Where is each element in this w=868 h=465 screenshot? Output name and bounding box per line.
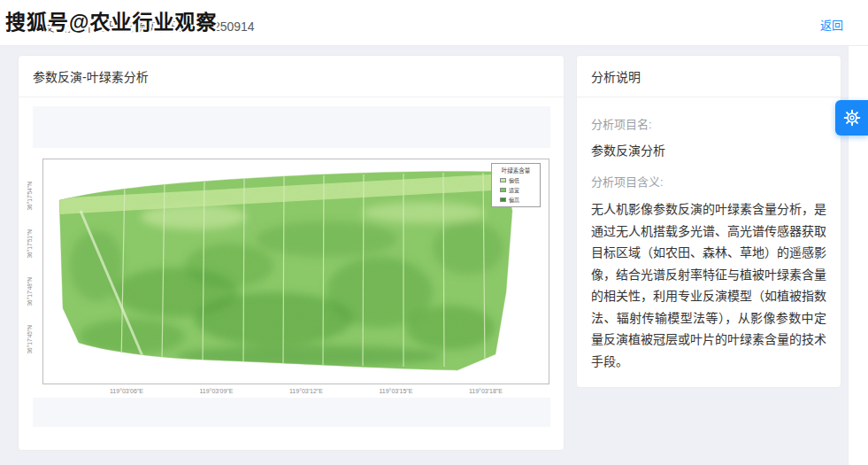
page-header: 参数反演分析-金田农场实验田块-20250914 返回 (0, 0, 868, 46)
settings-fab-button[interactable] (835, 100, 868, 136)
page-title: 参数反演分析-金田农场实验田块-20250914 (18, 17, 255, 35)
legend-item: 偏低 (500, 176, 537, 184)
legend-item: 适宜 (500, 186, 537, 194)
x-tick-label: 119°03'06"E (110, 388, 143, 394)
y-tick-label: 36°17'51"N (27, 229, 39, 259)
analysis-description-card: 分析说明 分析项目名: 参数反演分析 分析项目含义: 无人机影像参数反演的叶绿素… (576, 55, 841, 388)
field-raster-image (43, 159, 549, 384)
x-tick-label: 119°03'09"E (199, 388, 233, 394)
map-toolbar-strip (33, 106, 550, 148)
legend-item: 偏高 (500, 196, 537, 204)
project-meaning-label: 分析项目含义: (591, 173, 826, 190)
map-card-title: 参数反演-叶绿素分析 (19, 56, 564, 97)
x-axis-tick-labels: 119°03'06"E119°03'09"E119°03'12"E119°03'… (42, 388, 549, 394)
y-tick-label: 36°17'45"N (27, 325, 39, 354)
project-name-value: 参数反演分析 (591, 141, 826, 159)
project-name-label: 分析项目名: (591, 115, 826, 132)
chlorophyll-map-plot: 叶绿素含量 偏低 适宜 偏高 (42, 159, 549, 384)
legend-item-label: 偏低 (509, 176, 519, 184)
analysis-map-card: 参数反演-叶绿素分析 36°17'54"N36°17'51"N36°17'48"… (18, 55, 565, 451)
x-tick-label: 119°03'15"E (379, 388, 412, 394)
y-tick-label: 36°17'48"N (27, 277, 39, 306)
gear-icon (843, 109, 861, 127)
legend-color-swatch (500, 188, 506, 192)
y-tick-label: 36°17'54"N (27, 182, 39, 211)
x-tick-label: 119°03'18"E (469, 388, 503, 394)
legend-items: 偏低 适宜 偏高 (495, 176, 537, 204)
legend-color-swatch (500, 198, 506, 202)
back-link[interactable]: 返回 (820, 16, 843, 33)
legend-color-swatch (500, 178, 506, 182)
description-card-title: 分析说明 (577, 56, 841, 97)
legend-item-label: 适宜 (509, 186, 519, 194)
legend-title: 叶绿素含量 (495, 166, 537, 174)
project-meaning-text: 无人机影像参数反演的叶绿素含量分析，是通过无人机搭载多光谱、高光谱传感器获取目标… (591, 198, 826, 372)
legend-item-label: 偏高 (509, 196, 519, 204)
scrollbar-gutter (848, 0, 868, 465)
map-footer-strip (33, 398, 550, 427)
map-legend: 叶绿素含量 偏低 适宜 偏高 (491, 163, 541, 207)
x-tick-label: 119°03'12"E (289, 388, 323, 394)
y-axis-tick-labels: 36°17'54"N36°17'51"N36°17'48"N36°17'45"N (27, 159, 39, 384)
